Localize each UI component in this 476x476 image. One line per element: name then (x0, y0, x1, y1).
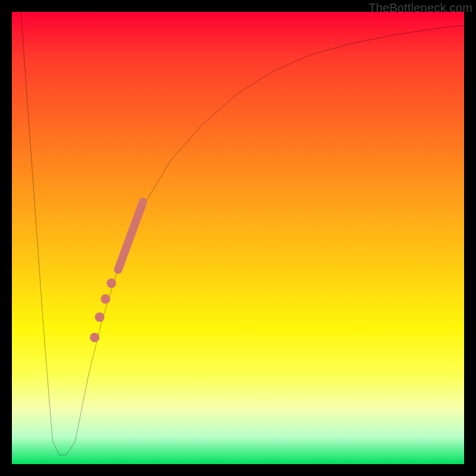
svg-point-4 (90, 333, 99, 342)
curve-svg (12, 12, 464, 464)
plot-area (12, 12, 464, 464)
svg-point-2 (101, 295, 110, 304)
curve-markers (90, 202, 143, 342)
svg-line-0 (118, 202, 143, 270)
svg-point-3 (95, 312, 104, 322)
bottleneck-curve-path (21, 12, 464, 455)
svg-point-1 (107, 278, 116, 288)
chart-container: TheBottleneck.com (0, 0, 476, 476)
